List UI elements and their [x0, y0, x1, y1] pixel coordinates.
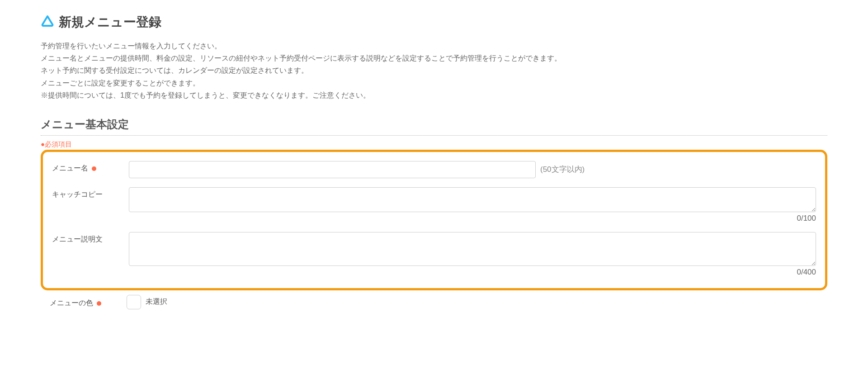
color-value-text: 未選択	[146, 297, 167, 307]
description-line: メニューごとに設定を変更することができます。	[41, 77, 827, 89]
description-line: ネット予約に関する受付設定については、カレンダーの設定が設定されています。	[41, 64, 827, 76]
label-text: キャッチコピー	[52, 190, 103, 198]
page-header: 新規メニュー登録	[41, 14, 827, 31]
section-title: メニュー基本設定	[41, 117, 827, 132]
catch-copy-input-wrap: 0/100	[129, 187, 816, 223]
label-text: メニュー名	[52, 164, 88, 172]
catch-copy-counter: 0/100	[129, 214, 816, 223]
form-row-menu-color: メニューの色 未選択	[41, 290, 827, 309]
menu-description-counter: 0/400	[129, 268, 816, 277]
required-dot-icon	[92, 166, 96, 171]
description-line: メニュー名とメニューの提供時間、料金の設定、リソースの紐付やネット予約受付ページ…	[41, 52, 827, 64]
section-divider	[41, 135, 827, 136]
catch-copy-textarea[interactable]	[129, 187, 816, 212]
form-row-catch-copy: キャッチコピー 0/100	[43, 183, 825, 227]
description-line: ※提供時間については、1度でも予約を登録してしまうと、変更できなくなります。ご注…	[41, 89, 827, 101]
label-text: メニューの色	[50, 299, 93, 307]
menu-description-label: メニュー説明文	[52, 232, 129, 244]
menu-color-label: メニューの色	[50, 296, 127, 308]
form-row-menu-description: メニュー説明文 0/400	[43, 227, 825, 281]
logo-triangle-icon	[41, 14, 54, 30]
color-swatch-button[interactable]	[127, 295, 141, 309]
menu-name-input[interactable]	[129, 161, 536, 178]
required-dot-icon	[97, 301, 101, 306]
page-description: 予約管理を行いたいメニュー情報を入力してください。 メニュー名とメニューの提供時…	[41, 40, 827, 101]
description-line: 予約管理を行いたいメニュー情報を入力してください。	[41, 40, 827, 52]
page-title: 新規メニュー登録	[59, 14, 161, 31]
catch-copy-label: キャッチコピー	[52, 187, 129, 199]
form-row-menu-name: メニュー名 (50文字以内)	[43, 156, 825, 183]
menu-name-input-wrap: (50文字以内)	[129, 161, 816, 178]
menu-name-label: メニュー名	[52, 161, 129, 173]
highlighted-form-group: メニュー名 (50文字以内) キャッチコピー 0/100 メニュー説明文 0/4…	[41, 150, 827, 290]
menu-description-input-wrap: 0/400	[129, 232, 816, 277]
inline-wrap: (50文字以内)	[129, 161, 816, 178]
menu-name-hint: (50文字以内)	[540, 164, 585, 175]
menu-description-textarea[interactable]	[129, 232, 816, 266]
required-legend: ●必須項目	[41, 140, 827, 149]
label-text: メニュー説明文	[52, 235, 103, 243]
